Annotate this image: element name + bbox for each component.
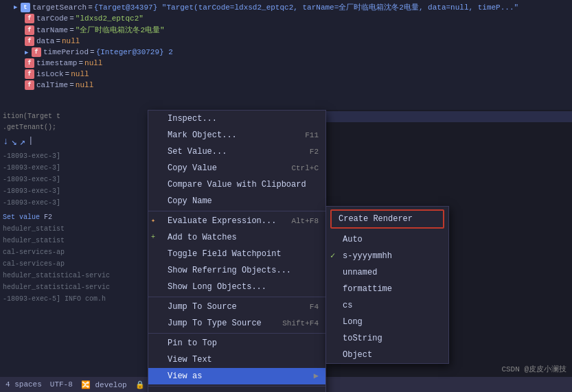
menu-item-copy-value[interactable]: Copy Value Ctrl+C [148,160,325,176]
var-line-data[interactable]: f data = null [0,36,572,47]
var-value: {Target@34397} "Target(tarCode=ldxsd2_ep… [94,2,518,12]
submenu-item-unnamed[interactable]: unnamed [326,264,448,281]
menu-separator [148,211,325,211]
debug-panel: ition(Target t .getTenant(); ↓ ↘ ↗ | -18… [0,110,148,377]
encoding-indicator[interactable]: UTF-8 [50,380,73,389]
var-name: calTime [36,81,68,89]
menu-item-inspect[interactable]: Inspect... [148,111,325,127]
submenu-label: Object [343,349,372,361]
menu-label: Show Long Objects... [168,281,266,293]
menu-label: View as [168,370,202,382]
menu-label: Copy Name [168,195,212,207]
menu-separator [148,386,325,387]
var-line-tarCode[interactable]: f tarCode = "ldxsd2_eptqc2" [0,13,572,24]
menu-item-jump-type-source[interactable]: Jump To Type Source Shift+F4 [148,315,325,332]
viewas-submenu: Create Renderer Auto ✓ s-yyyymmhh unname… [325,206,449,364]
menu-item-show-referring[interactable]: Show Referring Objects... [148,262,325,279]
menu-item-set-value[interactable]: Set Value... F2 [148,143,325,160]
var-line-targetSearch[interactable]: ▶ t targetSearch = {Target@34397} "Targe… [0,1,572,13]
menu-label: Mark Object... [168,129,237,141]
var-line-timestamp[interactable]: f timestamp = null [0,58,572,69]
var-name: timestamp [36,59,77,67]
log-line: -18093-exec-5] INFO com.h [3,293,145,305]
submenu-item-object[interactable]: Object [326,347,448,363]
menu-item-show-long[interactable]: Show Long Objects... [148,279,325,295]
context-menu: Inspect... Mark Object... F11 Set Value.… [148,110,326,392]
log-line: heduler_statist [3,235,145,246]
var-line-tarName[interactable]: f tarName = "全厂时临电箱沈冬2电量" [0,24,572,36]
var-value: null [76,81,93,89]
menu-shortcut: F4 [310,301,319,313]
log-line: -18093-exec-3] [3,197,145,209]
menu-item-evaluate[interactable]: ✦ Evaluate Expression... Alt+F8 [148,213,325,229]
submenu-item-s-yyyymmhh[interactable]: ✓ s-yyyymmhh [326,248,448,264]
menu-item-jump-source[interactable]: Jump To Source F4 [148,299,325,315]
submenu-label: Create Renderer [339,213,413,225]
menu-shortcut: Shift+F4 [282,317,319,330]
menu-item-view-text[interactable]: View Text [148,351,325,368]
evaluate-icon: ✦ [151,215,155,227]
menu-label: Add to Watches [168,231,237,244]
menu-label: View Text [168,354,212,366]
menu-item-compare-clipboard[interactable]: Compare Value with Clipboard [148,176,325,193]
log-lines-left: -18093-exec-3] -18093-exec-3] -18093-exe… [0,150,148,305]
menu-item-copy-name[interactable]: Copy Name [148,193,325,209]
submenu-label: formattime [343,283,392,295]
menu-item-toggle-watchpoint[interactable]: Toggle Field Watchpoint [148,246,325,262]
var-line-calTime[interactable]: f calTime = null [0,80,572,91]
var-line-isLock[interactable]: f isLock = null [0,69,572,80]
menu-label: Toggle Field Watchpoint [168,248,282,260]
var-eq: = [69,14,74,23]
step-out-icon[interactable]: ↗ [20,136,25,148]
arrow-icon: ▶ [25,49,32,56]
menu-item-add-watches[interactable]: + Add to Watches [148,229,325,246]
var-name: data [36,37,54,45]
field-icon: f [25,80,34,90]
menu-item-pin-to-top[interactable]: Pin to Top [148,335,325,351]
var-name: targetSearch [32,3,87,12]
step-into-icon[interactable]: ↘ [11,136,16,148]
log-line: -18093-exec-3] [3,162,145,174]
submenu-arrow-icon: ▶ [314,370,319,382]
menu-item-mark-object[interactable]: Mark Object... F11 [148,127,325,143]
submenu-item-long[interactable]: Long [326,314,448,330]
menu-label: Set Value... [168,146,227,158]
menu-label: Copy Value [168,162,217,174]
lock-indicator: 🔒 [135,380,145,389]
menu-shortcut: F11 [305,129,319,141]
menu-shortcut: F2 [310,146,319,158]
log-line: -18093-exec-3] [3,150,145,162]
menu-item-show-types[interactable]: ✓ Show types [148,388,325,392]
menu-label: Show Referring Objects... [168,264,291,277]
log-line: -18093-exec-3] [3,174,145,185]
var-line-timePeriod[interactable]: ▶ f timePeriod = {Integer@30729} 2 [0,47,572,58]
var-value: null [84,59,102,67]
menu-item-view-as[interactable]: View as ▶ [148,368,325,384]
submenu-item-tostring[interactable]: toString [326,330,448,347]
var-value: "全厂时临电箱沈冬2电量" [76,25,165,35]
log-line: heduler_statist [3,223,145,235]
var-eq: = [56,37,60,45]
var-name: tarName [36,26,68,34]
submenu-item-cs[interactable]: cs [326,297,448,314]
submenu-item-auto[interactable]: Auto [326,231,448,248]
var-eq: = [65,70,70,78]
field-icon: f [25,14,34,23]
code-line: .getTenant(); [3,122,145,133]
step-over-icon[interactable]: ↓ [3,136,8,148]
toolbar-sep: | [28,136,33,148]
field-icon: f [32,47,41,57]
branch-indicator[interactable]: 🔀 develop [81,380,127,389]
submenu-item-formattime[interactable]: formattime [326,281,448,297]
field-icon: f [25,25,34,35]
menu-label: Jump To Source [168,301,237,313]
var-eq: = [78,59,83,67]
menu-shortcut: Ctrl+C [291,162,319,174]
submenu-item-create-renderer[interactable]: Create Renderer [330,209,444,229]
menu-separator [148,333,325,334]
log-line: heduler_statistical-servic [3,281,145,293]
submenu-label: toString [343,332,382,345]
menu-label: Jump To Type Source [168,317,262,330]
arrow-icon: ▶ [14,3,21,11]
spaces-indicator[interactable]: 4 spaces [5,380,42,389]
